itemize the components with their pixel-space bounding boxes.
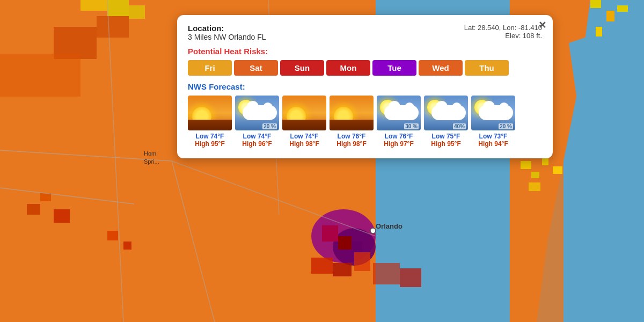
heat-day-sat: Sat <box>234 60 278 76</box>
heat-risk-row: FriSatSunMonTueWedThu <box>188 60 542 76</box>
forecast-day-thu: 20 %Low 73°FHigh 94°F <box>471 96 515 148</box>
temp-low: Low 74°F <box>243 133 272 140</box>
svg-rect-24 <box>333 263 352 276</box>
heat-day-tue: Tue <box>372 60 416 76</box>
coords-section: Lat: 28.540, Lon: -81.410 Elev: 108 ft. <box>464 24 542 47</box>
forecast-day-sat: 20 %Low 74°FHigh 96°F <box>235 96 279 148</box>
heat-day-thu: Thu <box>465 60 509 76</box>
svg-text:Orlando: Orlando <box>376 222 402 230</box>
coordinates: Lat: 28.540, Lon: -81.410 <box>464 24 542 32</box>
temp-high: High 94°F <box>478 140 508 148</box>
temp-low: Low 76°F <box>338 133 366 140</box>
forecast-icon-mon <box>330 96 374 130</box>
svg-rect-37 <box>529 182 540 191</box>
svg-rect-23 <box>311 258 333 274</box>
svg-rect-22 <box>352 241 362 252</box>
temp-high: High 96°F <box>242 140 272 148</box>
svg-rect-36 <box>553 166 562 174</box>
svg-rect-28 <box>27 204 40 215</box>
forecast-icon-sat: 20 % <box>235 96 279 130</box>
close-button[interactable]: ✕ <box>538 20 546 30</box>
svg-rect-9 <box>97 16 129 38</box>
forecast-day-tue: 30 %Low 76°FHigh 97°F <box>377 96 421 148</box>
svg-rect-14 <box>590 0 601 8</box>
temp-low: Low 74°F <box>290 133 319 140</box>
nws-forecast-title: NWS Forecast: <box>188 82 542 91</box>
rain-percent: 20 % <box>499 123 513 129</box>
temp-low: Low 75°F <box>432 133 460 140</box>
elevation: Elev: 108 ft. <box>464 32 542 40</box>
weather-popup: ✕ Location: 3 Miles NW Orlando FL Lat: 2… <box>177 15 553 158</box>
temp-high: High 98°F <box>289 140 319 148</box>
svg-rect-13 <box>80 0 107 11</box>
svg-rect-26 <box>373 263 400 284</box>
location-label: Location: <box>188 24 266 33</box>
forecast-icon-fri <box>188 96 232 130</box>
forecast-day-fri: Low 74°FHigh 95°F <box>188 96 232 148</box>
location-section: Location: 3 Miles NW Orlando FL <box>188 24 266 47</box>
location-value: 3 Miles NW Orlando FL <box>188 33 266 41</box>
forecast-row: Low 74°FHigh 95°F20 %Low 74°FHigh 96°FLo… <box>188 96 542 148</box>
rain-percent: 40% <box>453 123 466 129</box>
forecast-day-mon: Low 76°FHigh 98°F <box>330 96 374 148</box>
svg-rect-27 <box>400 268 421 287</box>
temp-high: High 95°F <box>195 140 224 148</box>
svg-rect-16 <box>617 5 628 12</box>
svg-rect-25 <box>354 252 370 271</box>
svg-rect-10 <box>0 54 80 97</box>
svg-rect-21 <box>338 236 352 250</box>
forecast-icon-wed: 40% <box>424 96 468 130</box>
heat-day-fri: Fri <box>188 60 232 76</box>
forecast-icon-tue: 30 % <box>377 96 421 130</box>
temp-low: Low 74°F <box>196 133 224 140</box>
svg-text:Spri...: Spri... <box>144 158 159 165</box>
temp-low: Low 73°F <box>479 133 508 140</box>
popup-meta: Location: 3 Miles NW Orlando FL Lat: 28.… <box>188 24 542 47</box>
svg-rect-32 <box>123 241 131 250</box>
forecast-icon-thu: 20 % <box>471 96 515 130</box>
svg-rect-12 <box>129 5 145 19</box>
heat-day-wed: Wed <box>419 60 463 76</box>
forecast-day-wed: 40%Low 75°FHigh 95°F <box>424 96 468 148</box>
heat-risks-title: Potential Heat Risks: <box>188 47 542 56</box>
svg-rect-34 <box>531 172 539 178</box>
svg-rect-11 <box>107 0 129 16</box>
svg-rect-33 <box>521 161 531 169</box>
rain-percent: 30 % <box>404 123 419 129</box>
forecast-icon-sun <box>282 96 326 130</box>
temp-high: High 97°F <box>384 140 413 148</box>
temp-low: Low 76°F <box>385 133 413 140</box>
svg-rect-31 <box>107 231 118 240</box>
heat-day-sun: Sun <box>280 60 324 76</box>
rain-percent: 20 % <box>262 123 277 129</box>
forecast-day-sun: Low 74°FHigh 98°F <box>282 96 326 148</box>
svg-rect-17 <box>596 27 602 36</box>
svg-point-44 <box>370 228 376 233</box>
temp-high: High 95°F <box>431 140 460 148</box>
temp-high: High 98°F <box>336 140 366 148</box>
svg-rect-30 <box>54 209 70 223</box>
heat-day-mon: Mon <box>326 60 370 76</box>
svg-rect-29 <box>40 193 51 201</box>
svg-rect-15 <box>606 11 614 21</box>
svg-rect-20 <box>322 225 338 241</box>
svg-text:Hom: Hom <box>144 150 156 157</box>
